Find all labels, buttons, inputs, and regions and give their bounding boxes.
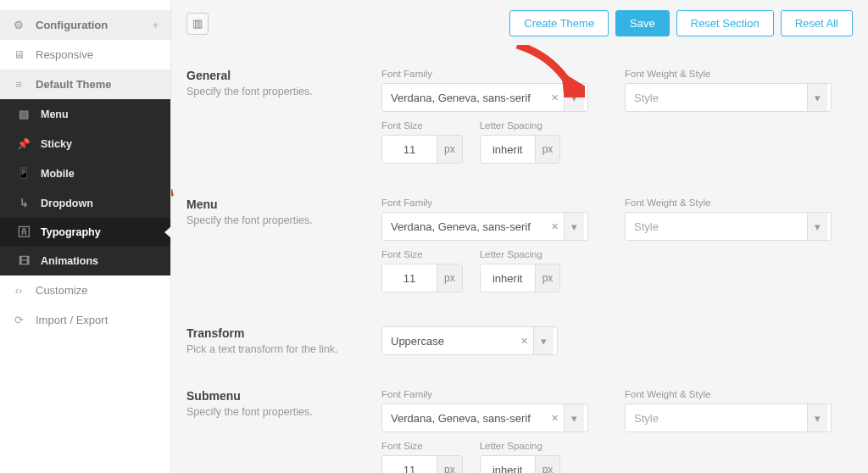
font-icon: 🄰 [17,226,31,238]
sidebar-item-default-theme[interactable]: ≡ Default Theme [0,70,170,99]
label-letter-spacing: Letter Spacing [480,120,561,131]
main-panel: ▥ Create Theme Save Reset Section Reset … [171,0,868,473]
chevron-down-icon[interactable]: ▾ [807,404,827,431]
section-general: General Specify the font properties. Fon… [186,50,853,179]
reset-section-button[interactable]: Reset Section [676,10,774,36]
unit-px: px [535,264,560,292]
sidebar-label: Menu [41,109,69,120]
content-area: General Specify the font properties. Fon… [171,45,868,473]
section-desc: Pick a text transform for the link. [186,343,364,355]
label-letter-spacing: Letter Spacing [480,441,561,451]
letter-spacing-value[interactable] [481,136,535,163]
section-menu: Menu Specify the font properties. Font F… [186,179,853,308]
general-font-size-input[interactable]: px [381,135,463,164]
section-desc: Specify the font properties. [186,214,364,226]
clear-icon[interactable]: ✕ [515,336,533,347]
sidebar-label: Configuration [36,19,108,31]
sidebar-item-mobile[interactable]: 📱 Mobile [0,159,170,188]
clear-icon[interactable]: ✕ [546,221,564,232]
gear-icon: ⚙ [12,19,25,31]
sidebar-subgroup: ▤ Menu 📌 Sticky 📱 Mobile ↳ Dropdown 🄰 Ty… [0,99,170,275]
reset-all-button[interactable]: Reset All [781,10,853,36]
sidebar-item-responsive[interactable]: 🖥 Responsive [0,40,170,70]
general-letter-spacing-input[interactable]: px [480,135,561,164]
chevron-down-icon[interactable]: ▾ [807,84,827,111]
clear-icon[interactable]: ✕ [546,92,564,103]
sidebar-label: Dropdown [41,198,93,209]
submenu-font-family-select[interactable]: Verdana, Geneva, sans-serif ✕ ▾ [381,403,588,432]
layout-toggle-button[interactable]: ▥ [186,13,209,35]
bars-icon: ≡ [12,78,25,91]
section-title: General [186,69,364,82]
label-font-family: Font Family [381,389,609,399]
sidebar-item-animations[interactable]: 🎞 Animations [0,247,170,275]
sidebar-label: Animations [41,255,98,267]
save-button[interactable]: Save [615,10,670,36]
columns-icon: ▥ [192,17,203,30]
general-font-weight-select[interactable]: Style ▾ [625,83,832,112]
sidebar-item-import-export[interactable]: ⟳ Import / Export [0,305,170,335]
unit-px: px [437,136,462,163]
sidebar-item-customize[interactable]: ‹› Customize [0,275,170,305]
sidebar-item-sticky[interactable]: 📌 Sticky [0,129,170,159]
chevron-down-icon[interactable]: ▾ [807,213,827,240]
sidebar-item-configuration[interactable]: ⚙ Configuration + [0,10,170,40]
label-font-size: Font Size [381,249,463,259]
sidebar-item-menu[interactable]: ▤ Menu [0,99,170,129]
sidebar-label: Customize [36,284,87,297]
letter-spacing-value[interactable] [481,456,535,473]
unit-px: px [535,456,560,473]
sidebar-label: Import / Export [36,314,108,326]
label-font-weight-style: Font Weight & Style [625,198,853,208]
chevron-down-icon[interactable]: ▾ [564,404,584,431]
pin-icon: 📌 [17,137,31,150]
label-letter-spacing: Letter Spacing [480,249,561,259]
chevron-down-icon[interactable]: ▾ [564,84,584,111]
sidebar-label: Sticky [41,138,72,150]
section-submenu: Submenu Specify the font properties. Fon… [186,370,853,473]
annotation-arrow-typography [171,186,181,228]
chevron-down-icon[interactable]: ▾ [564,213,584,240]
menu-font-size-input[interactable]: px [381,264,463,292]
label-font-family: Font Family [381,69,609,79]
clear-icon[interactable]: ✕ [546,413,564,424]
expand-icon: + [153,19,159,31]
sidebar-label: Mobile [41,168,75,180]
section-transform: Transform Pick a text transform for the … [186,308,853,370]
chevron-down-icon[interactable]: ▾ [533,327,554,354]
sidebar-item-dropdown[interactable]: ↳ Dropdown [0,188,170,218]
arrow-down-icon: ↳ [17,197,31,209]
submenu-letter-spacing-input[interactable]: px [480,455,561,473]
section-desc: Specify the font properties. [186,406,364,418]
general-font-family-select[interactable]: Verdana, Geneva, sans-serif ✕ ▾ [381,83,588,112]
list-icon: ▤ [17,108,31,120]
transform-select[interactable]: Uppercase ✕ ▾ [381,326,558,355]
refresh-icon: ⟳ [12,314,25,326]
font-size-value[interactable] [382,264,437,292]
unit-px: px [437,456,462,473]
label-font-size: Font Size [381,120,463,131]
sidebar: ⚙ Configuration + 🖥 Responsive ≡ Default… [0,0,171,473]
toolbar: ▥ Create Theme Save Reset Section Reset … [171,0,868,45]
menu-font-weight-select[interactable]: Style ▾ [625,212,832,241]
submenu-font-size-input[interactable]: px [381,455,463,473]
create-theme-button[interactable]: Create Theme [509,10,609,36]
sidebar-item-typography[interactable]: 🄰 Typography [0,218,170,247]
menu-font-family-select[interactable]: Verdana, Geneva, sans-serif ✕ ▾ [381,212,588,241]
menu-letter-spacing-input[interactable]: px [480,264,561,292]
section-title: Menu [186,198,364,211]
letter-spacing-value[interactable] [481,264,535,292]
code-icon: ‹› [12,284,25,297]
sidebar-label: Responsive [36,48,93,61]
font-size-value[interactable] [382,456,437,473]
label-font-size: Font Size [381,441,463,451]
submenu-font-weight-select[interactable]: Style ▾ [625,403,832,432]
unit-px: px [535,136,560,163]
section-desc: Specify the font properties. [186,86,364,97]
desktop-icon: 🖥 [12,48,25,61]
unit-px: px [437,264,462,292]
sidebar-label: Default Theme [36,78,112,91]
section-title: Submenu [186,389,364,403]
font-size-value[interactable] [382,136,437,163]
label-font-weight-style: Font Weight & Style [625,389,853,399]
